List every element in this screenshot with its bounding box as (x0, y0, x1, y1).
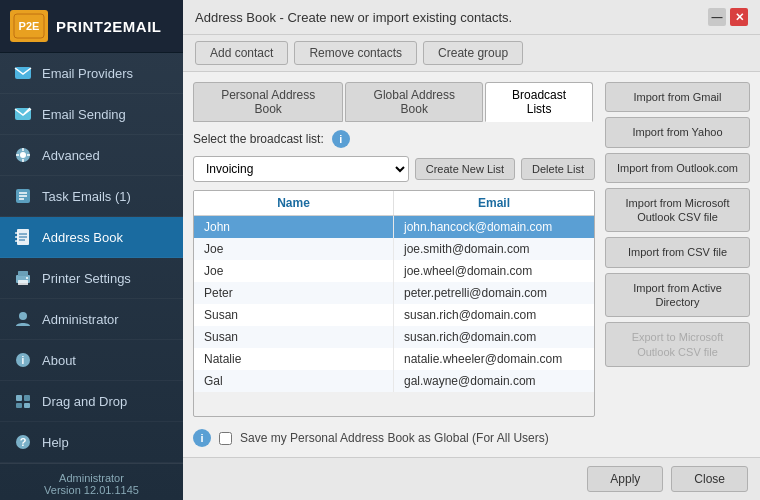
list-controls: Select the broadcast list: i (193, 130, 595, 148)
import-active-dir-button[interactable]: Import from Active Directory (605, 273, 750, 318)
sidebar-item-label: Administrator (42, 312, 119, 327)
list-row: Invoicing Create New List Delete List (193, 156, 595, 182)
table-header: Name Email (194, 191, 594, 216)
tab-global-address-book[interactable]: Global Address Book (345, 82, 483, 122)
create-group-button[interactable]: Create group (423, 41, 523, 65)
action-bar: Add contact Remove contacts Create group (183, 35, 760, 72)
cell-email: joe.wheel@domain.com (394, 260, 594, 282)
svg-rect-32 (24, 403, 30, 408)
tab-broadcast-lists[interactable]: Broadcast Lists (485, 82, 593, 122)
sidebar-footer: Administrator Version 12.01.1145 (0, 463, 183, 500)
import-yahoo-button[interactable]: Import from Yahoo (605, 117, 750, 147)
svg-rect-24 (18, 280, 28, 285)
broadcast-list-dropdown[interactable]: Invoicing (193, 156, 409, 182)
close-footer-button[interactable]: Close (671, 466, 748, 492)
export-ms-outlook-button: Export to Microsoft Outlook CSV file (605, 322, 750, 367)
about-icon: i (12, 349, 34, 371)
footer-user: Administrator (12, 472, 171, 484)
sidebar-item-email-sending[interactable]: Email Sending (0, 94, 183, 135)
sidebar-nav: Email Providers Email Sending Advanced T… (0, 53, 183, 463)
email-providers-icon (12, 62, 34, 84)
cell-email: joe.smith@domain.com (394, 238, 594, 260)
drag-drop-icon (12, 390, 34, 412)
import-csv-button[interactable]: Import from CSV file (605, 237, 750, 267)
sidebar-item-email-providers[interactable]: Email Providers (0, 53, 183, 94)
left-panel: Personal Address Book Global Address Boo… (193, 82, 595, 447)
table-row[interactable]: Peterpeter.petrelli@domain.com (194, 282, 594, 304)
table-row[interactable]: Joejoe.wheel@domain.com (194, 260, 594, 282)
delete-list-button[interactable]: Delete List (521, 158, 595, 180)
table-row[interactable]: Galgal.wayne@domain.com (194, 370, 594, 392)
svg-text:?: ? (20, 436, 27, 448)
table-row[interactable]: Joejoe.smith@domain.com (194, 238, 594, 260)
import-outlook-com-button[interactable]: Import from Outlook.com (605, 153, 750, 183)
create-new-list-button[interactable]: Create New List (415, 158, 515, 180)
add-contact-button[interactable]: Add contact (195, 41, 288, 65)
table-row[interactable]: Susansusan.rich@domain.com (194, 304, 594, 326)
title-bar: Address Book - Create new or import exis… (183, 0, 760, 35)
save-global-checkbox[interactable] (219, 432, 232, 445)
sidebar-item-task-emails[interactable]: Task Emails (1) (0, 176, 183, 217)
svg-rect-30 (24, 395, 30, 401)
svg-point-26 (19, 312, 27, 320)
main-content: Address Book - Create new or import exis… (183, 0, 760, 500)
svg-point-25 (26, 277, 28, 279)
sidebar-item-drag-and-drop[interactable]: Drag and Drop (0, 381, 183, 422)
sidebar-item-label: About (42, 353, 76, 368)
table-row[interactable]: Susansusan.rich@domain.com (194, 326, 594, 348)
content-body: Personal Address Book Global Address Boo… (183, 72, 760, 457)
sidebar-item-label: Email Providers (42, 66, 133, 81)
email-sending-icon (12, 103, 34, 125)
svg-rect-18 (15, 240, 18, 242)
table-row[interactable]: Natalienatalie.wheeler@domain.com (194, 348, 594, 370)
apply-button[interactable]: Apply (587, 466, 663, 492)
sidebar: P2E PRINT2EMAIL Email Providers Email Se… (0, 0, 183, 500)
import-gmail-button[interactable]: Import from Gmail (605, 82, 750, 112)
administrator-icon (12, 308, 34, 330)
title-bar-controls: — ✕ (708, 8, 748, 26)
table-row[interactable]: Johnjohn.hancock@domain.com (194, 216, 594, 238)
logo-icon: P2E (10, 10, 48, 42)
cell-email: gal.wayne@domain.com (394, 370, 594, 392)
cell-email: susan.rich@domain.com (394, 326, 594, 348)
help-icon: ? (12, 431, 34, 453)
sidebar-item-administrator[interactable]: Administrator (0, 299, 183, 340)
table-body: Johnjohn.hancock@domain.comJoejoe.smith@… (194, 216, 594, 392)
sidebar-item-label: Task Emails (1) (42, 189, 131, 204)
sidebar-item-label: Advanced (42, 148, 100, 163)
sidebar-item-printer-settings[interactable]: Printer Settings (0, 258, 183, 299)
info-icon: i (332, 130, 350, 148)
svg-text:P2E: P2E (19, 20, 40, 32)
sidebar-item-label: Email Sending (42, 107, 126, 122)
minimize-button[interactable]: — (708, 8, 726, 26)
svg-rect-23 (18, 271, 28, 276)
tab-personal-address-book[interactable]: Personal Address Book (193, 82, 343, 122)
svg-rect-2 (15, 67, 31, 79)
cell-name: Susan (194, 326, 394, 348)
cell-name: Joe (194, 260, 394, 282)
svg-rect-16 (15, 232, 18, 234)
sidebar-item-advanced[interactable]: Advanced (0, 135, 183, 176)
tabs-row: Personal Address Book Global Address Boo… (193, 82, 595, 122)
sidebar-item-help[interactable]: ? Help (0, 422, 183, 463)
cell-name: Natalie (194, 348, 394, 370)
cell-name: Susan (194, 304, 394, 326)
remove-contacts-button[interactable]: Remove contacts (294, 41, 417, 65)
cell-name: Gal (194, 370, 394, 392)
svg-rect-29 (16, 395, 22, 401)
title-text: Address Book - Create new or import exis… (195, 10, 512, 25)
col-name-header: Name (194, 191, 394, 215)
sidebar-item-label: Printer Settings (42, 271, 131, 286)
close-button[interactable]: ✕ (730, 8, 748, 26)
sidebar-item-about[interactable]: i About (0, 340, 183, 381)
task-emails-icon (12, 185, 34, 207)
cell-name: Joe (194, 238, 394, 260)
import-ms-outlook-button[interactable]: Import from Microsoft Outlook CSV file (605, 188, 750, 233)
contacts-table: Name Email Johnjohn.hancock@domain.comJo… (193, 190, 595, 417)
logo-text: PRINT2EMAIL (56, 18, 162, 35)
save-global-label: Save my Personal Address Book as Global … (240, 431, 549, 445)
sidebar-item-address-book[interactable]: Address Book (0, 217, 183, 258)
advanced-icon (12, 144, 34, 166)
svg-text:i: i (22, 355, 25, 366)
sidebar-logo: P2E PRINT2EMAIL (0, 0, 183, 53)
